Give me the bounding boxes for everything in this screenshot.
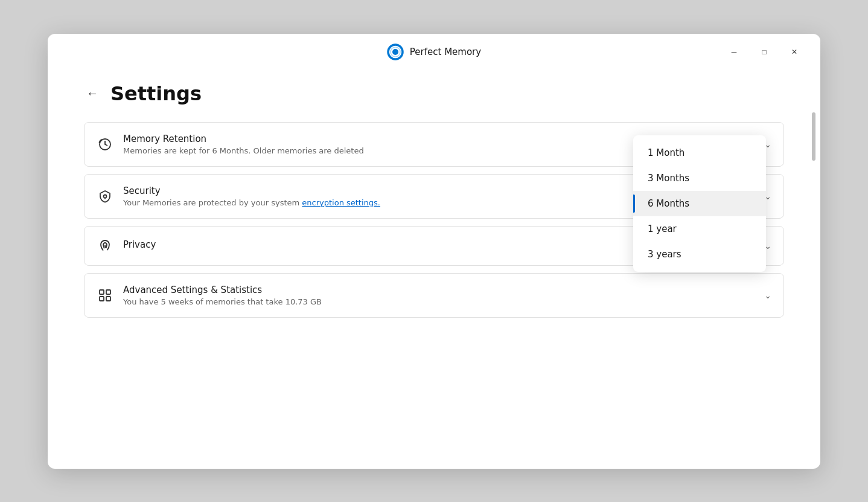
svg-rect-6 (100, 290, 104, 294)
scrollbar-track[interactable] (812, 106, 815, 457)
security-title: Security (123, 185, 380, 196)
privacy-title: Privacy (123, 239, 156, 250)
encryption-settings-link[interactable]: encryption settings. (302, 198, 380, 207)
dropdown-option-3years[interactable]: 3 years (633, 242, 766, 267)
minimize-button[interactable]: ─ (720, 42, 748, 62)
privacy-text: Privacy (123, 239, 156, 252)
perfect-memory-app-icon (387, 43, 404, 60)
back-button[interactable]: ← (84, 84, 101, 103)
item-left-memory: Memory Retention Memories are kept for 6… (97, 134, 364, 155)
security-subtitle: Your Memories are protected by your syst… (123, 198, 380, 207)
item-left-advanced: Advanced Settings & Statistics You have … (97, 285, 322, 306)
page-header: ← Settings (84, 82, 784, 105)
item-left-security: Security Your Memories are protected by … (97, 185, 380, 207)
scrollbar-thumb[interactable] (812, 112, 815, 161)
svg-point-4 (104, 195, 107, 198)
security-subtitle-before: Your Memories are protected by your syst… (123, 198, 302, 207)
clock-icon (97, 136, 113, 153)
dropdown-option-1year[interactable]: 1 year (633, 216, 766, 242)
main-content: ← Settings Memory Retention Mem (48, 70, 820, 469)
security-text: Security Your Memories are protected by … (123, 185, 380, 207)
dropdown-option-6months[interactable]: 6 Months (633, 191, 766, 216)
titlebar: Perfect Memory ─ □ ✕ (48, 34, 820, 70)
window-controls: ─ □ ✕ (720, 42, 808, 62)
settings-item-advanced[interactable]: Advanced Settings & Statistics You have … (84, 273, 784, 318)
svg-point-1 (392, 49, 398, 55)
page-title: Settings (110, 82, 202, 105)
dropdown-option-3months[interactable]: 3 Months (633, 166, 766, 191)
grid-icon (97, 287, 113, 304)
memory-retention-subtitle: Memories are kept for 6 Months. Older me… (123, 146, 364, 155)
advanced-chevron: ⌄ (764, 291, 771, 300)
app-title-group: Perfect Memory (387, 43, 481, 60)
app-title-text: Perfect Memory (410, 47, 481, 57)
svg-rect-9 (106, 297, 110, 301)
memory-retention-text: Memory Retention Memories are kept for 6… (123, 134, 364, 155)
advanced-text: Advanced Settings & Statistics You have … (123, 285, 322, 306)
app-window: Perfect Memory ─ □ ✕ ← Settings (48, 34, 820, 469)
advanced-title: Advanced Settings & Statistics (123, 285, 322, 295)
dropdown-option-1month[interactable]: 1 Month (633, 140, 766, 166)
fingerprint-icon (97, 237, 113, 254)
memory-retention-title: Memory Retention (123, 134, 364, 144)
maximize-button[interactable]: □ (750, 42, 778, 62)
svg-rect-7 (106, 290, 110, 294)
svg-rect-8 (100, 297, 104, 301)
retention-dropdown: 1 Month 3 Months 6 Months 1 year 3 years (633, 135, 766, 272)
shield-icon (97, 188, 113, 205)
close-button[interactable]: ✕ (780, 42, 808, 62)
item-left-privacy: Privacy (97, 237, 156, 254)
advanced-subtitle: You have 5 weeks of memories that take 1… (123, 297, 322, 306)
